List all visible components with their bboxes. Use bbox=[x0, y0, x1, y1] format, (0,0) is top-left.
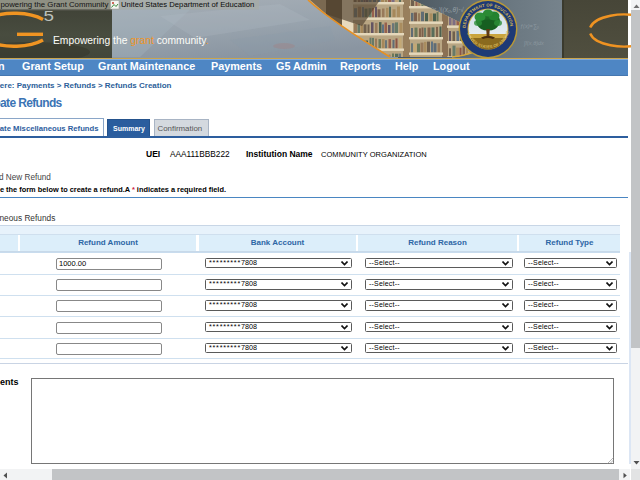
svg-text:∫f(x,θ)dx: ∫f(x,θ)dx bbox=[523, 40, 544, 47]
svg-text:powering the Grant Community: powering the Grant Community bbox=[1, 0, 109, 9]
svg-text:ƒ(x)=∑₀: ƒ(x)=∑₀ bbox=[520, 23, 540, 30]
svg-text:5: 5 bbox=[44, 8, 55, 24]
svg-text:United States Department of Ed: United States Department of Education bbox=[121, 0, 254, 9]
svg-text:Empowering the grant community: Empowering the grant community. bbox=[53, 35, 209, 46]
